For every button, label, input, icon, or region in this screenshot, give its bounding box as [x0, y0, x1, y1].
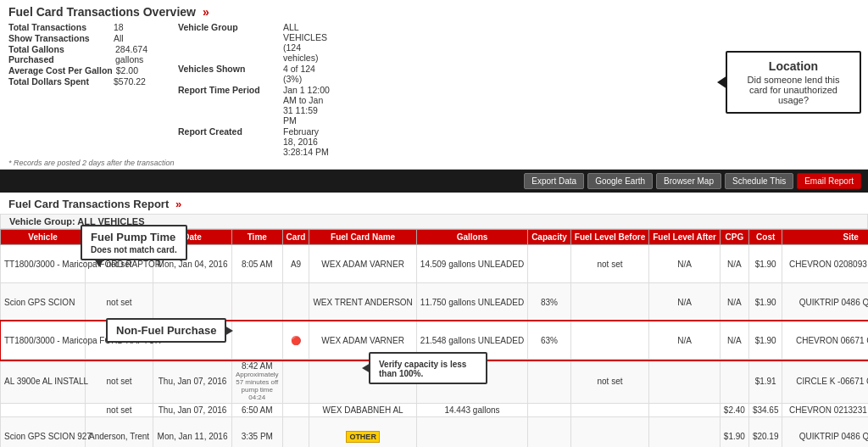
cell-card [282, 360, 309, 404]
location-tooltip-text: Did someone lend this card for unauthori… [737, 75, 849, 105]
section-link[interactable]: » [175, 198, 181, 210]
pump-callout-title: Fuel Pump Time [91, 231, 177, 243]
cell-vehicle: Scion GPS SCION 927 [1, 417, 86, 448]
col-card: Card [282, 230, 309, 245]
cell-cost: $34.65 [748, 404, 782, 417]
col-fuel-after: Fuel Level After [649, 230, 721, 245]
cell-cpg: N/A [720, 245, 748, 283]
cell-date: Thu, Jan 07, 2016 [153, 360, 232, 404]
location-tooltip-title: Location [737, 59, 849, 73]
nonfuel-callout: Non-Fuel Purchase [106, 318, 226, 343]
cell-vehicle: TT1800/3000 - Maricopa FORD RAPTOR [1, 321, 86, 360]
cell-site: QUIKTRIP 0486 QUIKTRIP [782, 283, 868, 321]
cell-driver: not set [86, 404, 153, 417]
cell-vehicle [1, 404, 86, 417]
cell-capacity [528, 245, 571, 283]
cell-cpg [720, 360, 748, 404]
cell-date: Thu, Jan 07, 2016 [153, 404, 232, 417]
cell-fuel-after [649, 417, 721, 448]
location-tooltip: Location Did someone lend this card for … [726, 51, 861, 114]
capacity-callout: Verify capacity is less than 100%. [369, 352, 487, 384]
capacity-callout-arrow [362, 363, 370, 373]
section-header: Fuel Card Transactions Report » [0, 193, 868, 214]
pump-callout-text: Does not match card. [91, 245, 177, 254]
pump-time-callout: Fuel Pump Time Does not match card. [81, 225, 187, 260]
title-link[interactable]: » [203, 5, 209, 19]
cell-capacity [528, 404, 571, 417]
cell-cpg: $2.40 [720, 404, 748, 417]
cell-gallons [416, 417, 527, 448]
cell-fuel-before [570, 417, 648, 448]
cell-cpg: N/A [720, 283, 748, 321]
tooltip-arrow [717, 75, 727, 89]
summary-col1: Total Transactions18 Show TransactionsAl… [8, 22, 178, 157]
cell-card [282, 404, 309, 417]
cell-fuel-before [570, 321, 648, 360]
cell-site: CHEVRON 0208093 CHRVRWF [782, 245, 868, 283]
col-site: Site [782, 230, 868, 245]
summary-col2: Vehicle GroupALL VEHICLES (124 vehicles)… [178, 22, 331, 157]
cell-card-name: WEX DABABNEH AL [309, 404, 416, 417]
table-row: not setThu, Jan 07, 20166:50 AMWEX DABAB… [1, 404, 869, 417]
email-report-button[interactable]: Email Report [797, 173, 861, 189]
cell-cost: $20.19 [748, 417, 782, 448]
cell-fuel-after: N/A [649, 321, 721, 360]
cell-time: 8:42 AMApproximately 57 minutes off pump… [231, 360, 282, 404]
cell-cpg: $1.90 [720, 417, 748, 448]
cell-fuel-after [649, 360, 721, 404]
col-capacity: Capacity [528, 230, 571, 245]
cell-site: QUIKTRIP 0486 QUIKTRIP [782, 417, 868, 448]
nonfuel-callout-arrow [225, 326, 233, 336]
cell-time [231, 283, 282, 321]
col-vehicle: Vehicle [1, 230, 86, 245]
cell-gallons: 14.509 gallons UNLEADED [416, 245, 527, 283]
cell-card: 🔴 [282, 321, 309, 360]
cell-fuel-after: N/A [649, 245, 721, 283]
browser-map-button[interactable]: Browser Map [656, 173, 721, 189]
cell-fuel-before [570, 283, 648, 321]
capacity-callout-text: Verify capacity is less than 100%. [379, 360, 477, 378]
cell-cost: $1.90 [748, 321, 782, 360]
table-row: Scion GPS SCION 927Anderson, TrentMon, J… [1, 417, 869, 448]
cell-fuel-after: N/A [649, 283, 721, 321]
cell-cost: $1.91 [748, 360, 782, 404]
cell-cost: $1.90 [748, 283, 782, 321]
cell-card: A9 [282, 245, 309, 283]
export-data-button[interactable]: Export Data [524, 173, 584, 189]
page-title: Fuel Card Transactions Overview » [8, 5, 860, 19]
cell-capacity: 63% [528, 321, 571, 360]
cell-time: 6:50 AM [231, 404, 282, 417]
schedule-this-button[interactable]: Schedule This [725, 173, 793, 189]
cell-fuel-after [649, 404, 721, 417]
toolbar: Export Data Google Earth Browser Map Sch… [0, 170, 868, 193]
cell-capacity: 83% [528, 283, 571, 321]
col-fuel-card-name: Fuel Card Name [309, 230, 416, 245]
cell-card [282, 417, 309, 448]
col-time: Time [231, 230, 282, 245]
summary-note: * Records are posted 2 days after the tr… [8, 159, 860, 167]
col-cpg: CPG [720, 230, 748, 245]
cell-vehicle: AL 3900e AL INSTALL [1, 360, 86, 404]
cell-date [153, 283, 232, 321]
section-title: Fuel Card Transactions Report » [8, 198, 860, 210]
cell-gallons: 11.750 gallons UNLEADED [416, 283, 527, 321]
pump-callout-arrow [94, 259, 104, 267]
cell-date: Mon, Jan 11, 2016 [153, 417, 232, 448]
cell-fuel-before [570, 404, 648, 417]
cell-time [231, 321, 282, 360]
col-gallons: Gallons [416, 230, 527, 245]
cell-site: CHEVRON 06671 CIRCLE K [782, 321, 868, 360]
cell-driver: not set [86, 360, 153, 404]
cell-vehicle: Scion GPS SCION [1, 283, 86, 321]
cell-card [282, 283, 309, 321]
google-earth-button[interactable]: Google Earth [587, 173, 653, 189]
cell-capacity [528, 417, 571, 448]
cell-capacity [528, 360, 571, 404]
cell-time: 8:05 AM [231, 245, 282, 283]
table-row: Scion GPS SCIONnot setWEX TRENT ANDERSON… [1, 283, 869, 321]
cell-cpg: N/A [720, 321, 748, 360]
cell-time: 3:35 PM [231, 417, 282, 448]
cell-fuel-before: not set [570, 360, 648, 404]
cell-gallons: 14.443 gallons [416, 404, 527, 417]
nonfuel-callout-title: Non-Fuel Purchase [116, 324, 216, 337]
